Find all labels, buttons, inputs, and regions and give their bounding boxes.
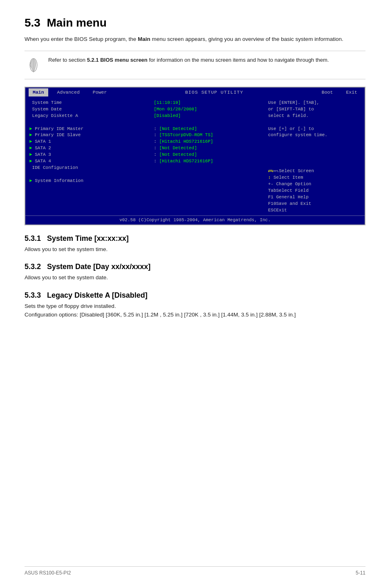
bios-screen: Main Advanced Power BIOS SETUP UTILITY B… bbox=[25, 87, 365, 225]
bios-system-date-value: [Mon 01/28/2008] bbox=[154, 106, 265, 113]
bios-tab-boot[interactable]: Boot bbox=[318, 88, 337, 97]
bios-sata1-colon: : [Hitachi HDS721616P] bbox=[154, 139, 265, 145]
bios-footer: v02.58 (C)Copyright 1985-2004, American … bbox=[25, 215, 365, 224]
bios-primary-ide-slave-label: ► Primary IDE Slave bbox=[29, 132, 150, 139]
bios-key-f1-help: F1 General Help bbox=[268, 194, 361, 201]
bios-tab-advanced[interactable]: Advanced bbox=[53, 88, 84, 97]
bios-sata2-colon: : [Not Detected] bbox=[154, 145, 265, 152]
bios-sata3-label: ► SATA 3 bbox=[29, 152, 150, 158]
subsection-532-body: Allows you to set the system date. bbox=[25, 274, 365, 282]
section-title: 5.3 Main menu bbox=[25, 16, 365, 29]
bios-help-line-6: configure system time. bbox=[268, 132, 361, 139]
bios-help-spacer4 bbox=[268, 152, 361, 158]
bios-separator-m1 bbox=[154, 119, 265, 126]
bios-help-line-1: Use [ENTER]. [TAB], bbox=[268, 100, 361, 106]
footer-right: 5-11 bbox=[356, 570, 365, 576]
bios-sata4-colon: : [Hitachi HDS721616P] bbox=[154, 158, 265, 165]
bios-primary-ide-master-label: ► Primary IDE Master bbox=[29, 126, 150, 132]
bios-help-line-2: or [SHIFT-TAB] to bbox=[268, 106, 361, 113]
bios-key-select-item: ↕ Select Item bbox=[268, 175, 361, 181]
note-icon bbox=[25, 56, 43, 74]
footer-left: ASUS RS100-E5-PI2 bbox=[25, 570, 71, 576]
subsection-531: 5.3.1 System Time [xx:xx:xx] Allows you … bbox=[25, 234, 365, 254]
bios-legacy-diskette-value: [Disabled] bbox=[154, 113, 265, 119]
bios-left-column: System Time System Date Legacy Diskette … bbox=[29, 100, 154, 214]
subsection-533-body: Sets the type of floppy drive installed.… bbox=[25, 302, 365, 319]
bios-key-tab-select: TabSelect Field bbox=[268, 188, 361, 194]
subsection-533-title: 5.3.3 Legacy Diskette A [Disabled] bbox=[25, 291, 365, 300]
bios-tab-main[interactable]: Main bbox=[29, 88, 48, 97]
bios-system-time-label: System Time bbox=[29, 100, 150, 106]
bios-system-date-label: System Date bbox=[29, 106, 150, 113]
bios-help-line-5: Use [+] or [-] to bbox=[268, 126, 361, 132]
bios-key-esc-exit: ESCExit bbox=[268, 207, 361, 214]
note-text: Refer to section 5.2.1 BIOS menu screen … bbox=[48, 56, 329, 64]
bios-key-select-screen: ⇄⇆⇔⇖Select Screen bbox=[268, 168, 361, 175]
bios-utility-title: BIOS SETUP UTILITY bbox=[123, 89, 305, 96]
bios-right-column: Use [ENTER]. [TAB], or [SHIFT-TAB] to se… bbox=[265, 100, 361, 214]
bios-help-spacer5 bbox=[268, 158, 361, 165]
bios-key-change-option: +- Change Option bbox=[268, 181, 361, 188]
bios-sata2-label: ► SATA 2 bbox=[29, 145, 150, 152]
subsection-533: 5.3.3 Legacy Diskette A [Disabled] Sets … bbox=[25, 291, 365, 319]
note-box: Refer to section 5.2.1 BIOS menu screen … bbox=[25, 51, 365, 79]
subsection-532: 5.3.2 System Date [Day xx/xx/xxxx] Allow… bbox=[25, 263, 365, 282]
bios-tab-power[interactable]: Power bbox=[89, 88, 111, 97]
bios-help-spacer3 bbox=[268, 145, 361, 152]
bios-sata3-colon: : [Not Detected] bbox=[154, 152, 265, 158]
bios-separator-2 bbox=[29, 171, 150, 178]
bios-middle-column: [11:10:19] [Mon 01/28/2008] [Disabled] :… bbox=[154, 100, 265, 214]
intro-paragraph: When you enter the BIOS Setup program, t… bbox=[25, 35, 365, 43]
bios-system-info-label: ► System Information bbox=[29, 178, 150, 184]
bios-help-spacer bbox=[268, 119, 361, 126]
bios-primary-ide-master-colon: : [Not Detected] bbox=[154, 126, 265, 132]
bios-sata1-label: ► SATA 1 bbox=[29, 139, 150, 145]
bios-keys-section: ⇄⇆⇔⇖Select Screen ↕ Select Item +- Chang… bbox=[268, 168, 361, 214]
bios-separator-1 bbox=[29, 119, 150, 126]
subsection-531-title: 5.3.1 System Time [xx:xx:xx] bbox=[25, 234, 365, 243]
bios-key-f10-save: F10Save and Exit bbox=[268, 201, 361, 207]
bios-legacy-diskette-label: Legacy Diskette A bbox=[29, 113, 150, 119]
bios-help-line-3: select a field. bbox=[268, 113, 361, 119]
bios-system-time-value: [11:10:19] bbox=[154, 100, 265, 106]
bios-ide-config-label: IDE Configuration bbox=[29, 165, 150, 171]
page-footer: ASUS RS100-E5-PI2 5-11 bbox=[25, 566, 365, 576]
subsection-532-title: 5.3.2 System Date [Day xx/xx/xxxx] bbox=[25, 263, 365, 271]
bios-primary-ide-slave-colon: : [TSSTcorpDVD-ROM TS] bbox=[154, 132, 265, 139]
bios-tab-exit[interactable]: Exit bbox=[342, 88, 361, 97]
bios-help-spacer2 bbox=[268, 139, 361, 145]
bios-topbar: Main Advanced Power BIOS SETUP UTILITY B… bbox=[25, 88, 365, 97]
subsection-531-body: Allows you to set the system time. bbox=[25, 245, 365, 254]
bios-sata4-label: ► SATA 4 bbox=[29, 158, 150, 165]
bios-body: System Time System Date Legacy Diskette … bbox=[25, 97, 365, 215]
